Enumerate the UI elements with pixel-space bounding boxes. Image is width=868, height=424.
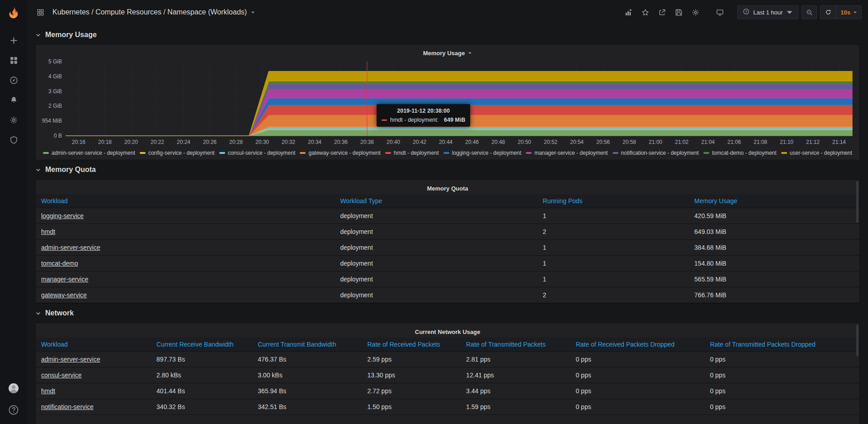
explore-icon[interactable] — [4, 72, 24, 88]
cycle-view-monitor-icon[interactable] — [713, 6, 726, 19]
x-axis-label: 20:32 — [282, 139, 295, 145]
workload-link-cell[interactable]: logging-service — [36, 208, 335, 224]
x-axis-label: 20:42 — [413, 139, 426, 145]
section-memory-usage[interactable]: Memory Usage — [35, 25, 860, 44]
save-icon[interactable] — [672, 6, 685, 19]
column-header-running-pods[interactable]: Running Pods — [538, 194, 689, 208]
column-header-rate-of-transmitted-packets-dropped[interactable]: Rate of Transmitted Packets Dropped — [704, 338, 859, 352]
legend-item[interactable]: logging-service - deployment — [443, 150, 521, 156]
workload-link-cell[interactable]: notification-service — [36, 399, 151, 415]
table-cell: deployment — [335, 208, 537, 224]
section-title: Network — [45, 309, 74, 317]
server-admin-icon[interactable] — [4, 132, 24, 148]
add-panel-icon[interactable] — [622, 6, 635, 19]
workload-link[interactable]: consul-service — [41, 372, 81, 379]
scrollbar-thumb[interactable] — [856, 324, 859, 356]
table-cell: 0 pps — [570, 367, 704, 383]
column-header-workload[interactable]: Workload — [36, 194, 335, 208]
refresh-icon[interactable] — [821, 6, 836, 19]
share-icon[interactable] — [655, 6, 669, 19]
table-cell: 0 pps — [704, 352, 859, 367]
workload-link-cell[interactable]: hmdt — [36, 224, 335, 240]
table-cell: 154.80 MiB — [689, 256, 859, 272]
column-header-rate-of-transmitted-packets[interactable]: Rate of Transmitted Packets — [461, 338, 570, 352]
table-cell: 1 — [538, 208, 689, 224]
legend-swatch — [385, 152, 391, 154]
zoom-out-time-icon[interactable] — [802, 5, 817, 19]
workload-link-cell[interactable]: tomcat-demo — [36, 256, 335, 272]
dashboards-icon[interactable] — [4, 52, 24, 68]
column-header-rate-of-received-packets[interactable]: Rate of Received Packets — [362, 338, 461, 352]
memory-usage-chart[interactable]: 0 B954 MiB2 GiB3 GiB4 GiB5 GiB20:1620:18… — [39, 59, 856, 148]
column-header-memory-usage[interactable]: Memory Usage — [689, 194, 859, 208]
alerting-icon[interactable] — [4, 92, 24, 108]
workload-link-cell[interactable]: gateway-service — [36, 287, 335, 303]
section-network[interactable]: Network — [35, 304, 860, 323]
table-row: logging-servicedeployment1420.59 MiB — [36, 208, 859, 224]
column-header-workload-type[interactable]: Workload Type — [335, 194, 537, 208]
navbar: Kubernetes / Compute Resources / Namespa… — [27, 0, 868, 24]
table-cell: 1 — [538, 272, 689, 287]
legend-item[interactable]: config-service - deployment — [140, 150, 215, 156]
grafana-logo-icon[interactable] — [0, 0, 27, 25]
legend-label: gateway-service - deployment — [308, 150, 380, 156]
legend-item[interactable]: admin-server-service - deployment — [43, 150, 135, 156]
workload-link[interactable]: admin-server-service — [41, 356, 100, 363]
configuration-icon[interactable] — [4, 112, 24, 128]
workload-link-cell[interactable]: consul-service — [36, 367, 151, 383]
workload-link[interactable]: notification-service — [41, 403, 94, 410]
panel-title-memory-usage[interactable]: Memory Usage — [39, 47, 856, 59]
create-icon[interactable] — [4, 33, 24, 48]
legend-item[interactable]: gateway-service - deployment — [300, 150, 380, 156]
y-axis-label: 3 GiB — [48, 88, 62, 95]
column-header-current-receive-bandwidth[interactable]: Current Receive Bandwidth — [151, 338, 252, 352]
star-icon[interactable] — [638, 6, 652, 19]
dashboard-title-button[interactable]: Kubernetes / Compute Resources / Namespa… — [52, 8, 255, 16]
tooltip-series-swatch — [382, 119, 387, 121]
x-axis-label: 20:38 — [360, 139, 374, 145]
user-avatar[interactable] — [4, 380, 24, 396]
workload-link[interactable]: admin-server-service — [41, 244, 100, 251]
workload-link-cell[interactable]: hmdt — [36, 383, 151, 399]
workload-link-cell[interactable]: manager-service — [36, 272, 335, 287]
sidebar — [0, 0, 27, 424]
time-range-label: Last 1 hour — [753, 9, 783, 16]
legend-label: hmdt - deployment — [394, 150, 439, 156]
workload-link-cell[interactable]: admin-server-service — [36, 240, 335, 256]
workload-link[interactable]: manager-service — [41, 276, 88, 283]
apps-grid-icon[interactable] — [33, 6, 47, 19]
workload-link-cell[interactable]: admin-server-service — [36, 352, 151, 367]
column-header-current-transmit-bandwidth[interactable]: Current Transmit Bandwidth — [252, 338, 362, 352]
column-header-rate-of-received-packets-dropped[interactable]: Rate of Received Packets Dropped — [570, 338, 704, 352]
workload-link[interactable]: hmdt — [41, 387, 55, 395]
x-axis-label: 20:54 — [570, 139, 584, 145]
chevron-down-icon — [251, 10, 255, 14]
table-cell: deployment — [335, 240, 537, 256]
x-axis-label: 21:02 — [675, 139, 689, 145]
table-cell: 2.59 pps — [362, 352, 461, 367]
legend-item[interactable]: consul-service - deployment — [219, 150, 295, 156]
workload-link[interactable]: gateway-service — [41, 291, 87, 299]
legend-item[interactable]: tomcat-demo - deployment — [703, 150, 777, 156]
workload-link[interactable]: hmdt — [41, 228, 55, 235]
legend-item[interactable]: user-service - deployment — [781, 150, 852, 156]
section-memory-quota[interactable]: Memory Quota — [35, 160, 860, 179]
refresh-interval-dropdown[interactable]: 10s — [836, 6, 861, 19]
settings-gear-icon[interactable] — [689, 6, 702, 19]
table-cell: 476.37 Bs — [252, 352, 362, 367]
workload-link[interactable]: tomcat-demo — [41, 260, 78, 267]
legend-item[interactable]: manager-service - deployment — [526, 150, 608, 156]
legend-item[interactable]: hmdt - deployment — [385, 150, 439, 156]
time-range-picker[interactable]: Last 1 hour — [737, 5, 798, 19]
chevron-down-icon — [853, 10, 857, 14]
legend-label: notification-service - deployment — [621, 150, 699, 156]
column-header-workload[interactable]: Workload — [36, 338, 151, 352]
x-axis-label: 20:52 — [544, 139, 557, 145]
workload-link[interactable]: logging-service — [41, 212, 84, 219]
legend-item[interactable]: notification-service - deployment — [613, 150, 699, 156]
table-cell: 12.41 pps — [461, 367, 570, 383]
scrollbar-thumb[interactable] — [856, 181, 859, 223]
legend-swatch — [613, 152, 618, 154]
table-cell: 1.59 pps — [461, 399, 570, 415]
help-icon[interactable] — [4, 402, 24, 418]
